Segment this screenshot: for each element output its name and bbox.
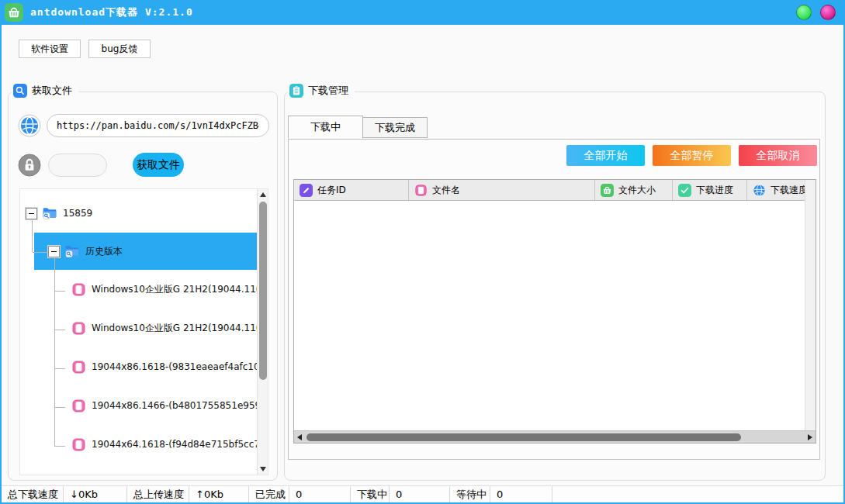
tree-file-label: Windows10企业版G 21H2(19044.1165)x	[92, 322, 268, 335]
column-label: 下载进度	[696, 184, 733, 197]
table-body-empty	[294, 201, 816, 432]
collapse-toggle-icon[interactable]	[26, 208, 37, 219]
tree-file-node[interactable]: Windows10企业版G 21H2(19044.1165)x	[20, 309, 257, 347]
total-download-speed-value: ↓0Kb	[64, 486, 127, 502]
file-icon	[71, 321, 86, 336]
tree-file-node[interactable]: 19044x64.1618-(f94d84e715bf5cc707d	[20, 425, 257, 464]
tree-vertical-scrollbar[interactable]	[257, 189, 268, 475]
download-table: 任务ID 文件名	[293, 179, 816, 444]
pause-all-button[interactable]: 全部暂停	[653, 145, 731, 166]
download-panel: 下载管理 下载中 下载完成 全部开始 全部暂停 全部取消	[284, 91, 826, 481]
download-panel-legend: 下载管理	[288, 84, 355, 98]
download-tabs: 下载中 下载完成	[288, 116, 428, 138]
app-window: antdownload下载器 V:2.1.0 软件设置 bug反馈 获取文件	[0, 0, 845, 504]
scroll-left-icon[interactable]	[294, 431, 305, 444]
file-icon	[71, 399, 86, 413]
toolbar: 软件设置 bug反馈	[19, 40, 151, 58]
tree-file-label: 19044x86.1618-(9831eaeaef4afc1004c	[92, 361, 268, 372]
fetch-panel-title: 获取文件	[32, 84, 72, 98]
settings-button[interactable]: 软件设置	[19, 40, 81, 58]
cancel-all-button[interactable]: 全部取消	[739, 145, 817, 166]
file-icon	[71, 437, 86, 452]
speed-globe-icon	[753, 184, 766, 197]
tab-completed[interactable]: 下载完成	[362, 117, 428, 138]
fetch-files-button[interactable]: 获取文件	[133, 153, 184, 177]
column-header-filesize[interactable]: 文件大小	[595, 180, 673, 200]
minimize-button[interactable]	[796, 5, 812, 20]
column-label: 下载速度	[771, 184, 808, 197]
scroll-up-icon[interactable]	[258, 189, 268, 200]
column-header-progress[interactable]: 下载进度	[673, 180, 747, 200]
download-panel-title: 下载管理	[308, 84, 348, 98]
globe-icon	[18, 114, 41, 137]
bulk-action-buttons: 全部开始 全部暂停 全部取消	[566, 145, 817, 166]
scroll-down-icon[interactable]	[258, 464, 268, 475]
share-url-input[interactable]	[47, 114, 269, 137]
column-label: 文件大小	[618, 184, 656, 197]
waiting-label: 等待中	[450, 486, 490, 502]
tree-file-node[interactable]: 19044x86.1466-(b4801755851e9598166	[20, 386, 257, 425]
bug-feedback-button[interactable]: bug反馈	[88, 40, 151, 58]
status-bar: 总下载速度 ↓0Kb 总上传速度 ↑0Kb 已完成 0 下载中 0 等待中 0	[2, 485, 843, 502]
file-icon	[414, 184, 428, 197]
tree-folder-label: 历史版本	[85, 245, 123, 258]
clipboard-icon	[289, 84, 303, 98]
tree-file-label: 19044x86.1466-(b4801755851e9598166	[92, 400, 268, 411]
app-logo-icon	[5, 3, 23, 22]
collapse-toggle-icon[interactable]	[48, 246, 60, 257]
title-bar: antdownload下载器 V:2.1.0	[0, 0, 845, 25]
downloading-tab-pane: 全部开始 全部暂停 全部取消 任务ID	[288, 139, 820, 460]
column-label: 任务ID	[317, 184, 346, 197]
downloading-value: 0	[390, 486, 450, 502]
table-horizontal-scrollbar[interactable]	[294, 430, 816, 443]
tree-root-label: 15859	[63, 208, 92, 219]
column-label: 文件名	[432, 184, 460, 197]
tree-root-node[interactable]: 15859	[20, 194, 257, 233]
status-bar-spacer	[552, 486, 843, 502]
folder-search-icon	[42, 205, 57, 221]
progress-check-icon	[678, 184, 691, 197]
downloading-label: 下载中	[351, 486, 390, 502]
total-upload-speed-value: ↑0Kb	[189, 486, 249, 502]
total-download-speed-label: 总下载速度	[2, 486, 64, 502]
table-header-row: 任务ID 文件名	[294, 180, 816, 201]
folder-search-icon	[64, 243, 80, 259]
tree-file-node[interactable]: 19044x86.1618-(9831eaeaef4afc1004c	[20, 347, 257, 386]
lock-icon	[18, 154, 41, 177]
completed-label: 已完成	[249, 486, 289, 502]
completed-value: 0	[289, 486, 351, 502]
start-all-button[interactable]: 全部开始	[566, 145, 645, 166]
task-pencil-icon	[300, 184, 313, 197]
close-button[interactable]	[820, 5, 836, 20]
fetch-panel: 获取文件	[8, 91, 278, 481]
file-tree: 15859 历史版本	[19, 188, 268, 475]
column-header-task-id[interactable]: 任务ID	[294, 180, 409, 200]
tree-folder-node-selected[interactable]: 历史版本	[34, 233, 257, 270]
table-vertical-scrollbar-track[interactable]	[805, 180, 816, 430]
search-icon	[13, 84, 27, 98]
window-title: antdownload下载器 V:2.1.0	[30, 5, 193, 19]
scroll-right-icon[interactable]	[805, 431, 816, 444]
file-icon	[71, 282, 86, 297]
size-basket-icon	[601, 184, 614, 197]
extract-code-input[interactable]	[48, 154, 107, 177]
scrollbar-thumb[interactable]	[259, 202, 267, 380]
tab-downloading[interactable]: 下载中	[288, 116, 363, 139]
waiting-value: 0	[490, 486, 552, 502]
file-icon	[71, 360, 86, 375]
total-upload-speed-label: 总上传速度	[127, 486, 189, 502]
tree-file-node[interactable]: Windows10企业版G 21H2(19044.1165)x	[20, 270, 257, 309]
tree-file-label: Windows10企业版G 21H2(19044.1165)x	[92, 283, 268, 296]
fetch-panel-legend: 获取文件	[12, 84, 78, 98]
scrollbar-thumb[interactable]	[306, 433, 741, 441]
column-header-filename[interactable]: 文件名	[409, 180, 595, 200]
tree-file-label: 19044x64.1618-(f94d84e715bf5cc707d	[92, 439, 268, 450]
